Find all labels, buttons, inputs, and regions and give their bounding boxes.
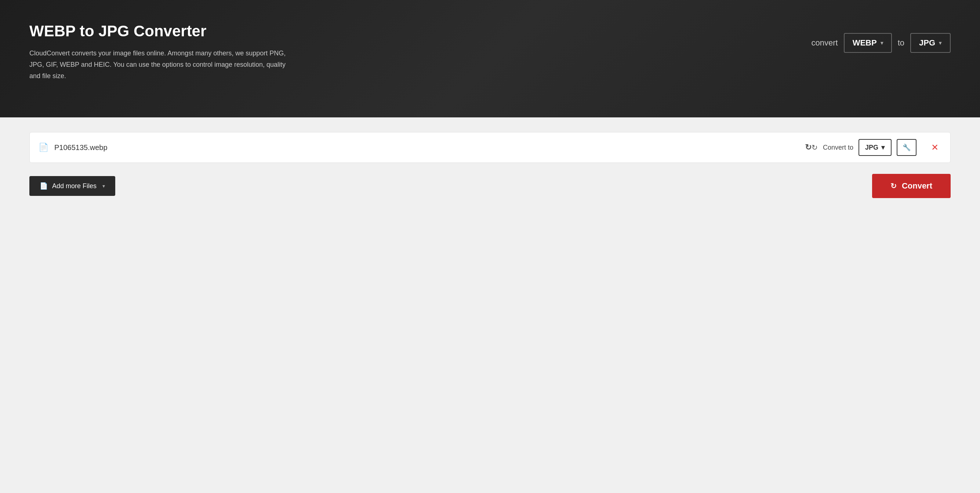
page-header: WEBP to JPG Converter CloudConvert conve… <box>0 0 980 117</box>
add-files-label: Add more Files <box>52 182 97 190</box>
file-row: P1065135.webp ↻ Convert to JPG ▾ 🔧 ✕ <box>29 132 951 163</box>
to-format-chevron-icon: ▾ <box>939 40 942 46</box>
wrench-icon: 🔧 <box>902 143 911 152</box>
convert-refresh-icon: ↻ <box>891 182 897 190</box>
file-format-chevron-icon: ▾ <box>881 143 885 152</box>
from-format-button[interactable]: WEBP ▾ <box>844 33 892 53</box>
convert-button-label: Convert <box>902 181 932 191</box>
close-icon: ✕ <box>931 142 939 152</box>
file-type-icon <box>38 143 48 152</box>
from-format-chevron-icon: ▾ <box>881 40 883 46</box>
add-files-button[interactable]: 📄 Add more Files ▾ <box>29 176 115 196</box>
add-file-icon: 📄 <box>40 182 48 190</box>
bottom-toolbar: 📄 Add more Files ▾ ↻ Convert <box>29 174 951 198</box>
header-description: CloudConvert converts your image files o… <box>29 48 286 81</box>
convert-to-section: ↻ Convert to JPG ▾ 🔧 <box>805 139 916 156</box>
file-format-select-button[interactable]: JPG ▾ <box>859 139 891 156</box>
format-converter-controls: convert WEBP ▾ to JPG ▾ <box>811 33 951 53</box>
remove-file-button[interactable]: ✕ <box>928 141 942 154</box>
main-content: P1065135.webp ↻ Convert to JPG ▾ 🔧 ✕ 📄 A… <box>0 117 980 264</box>
settings-button[interactable]: 🔧 <box>897 139 916 156</box>
convert-text: convert <box>811 38 838 48</box>
file-name: P1065135.webp <box>54 143 805 152</box>
from-format-label: WEBP <box>853 38 877 48</box>
to-format-button[interactable]: JPG ▾ <box>910 33 951 53</box>
convert-to-label: Convert to <box>823 144 853 152</box>
page-title: WEBP to JPG Converter <box>29 22 286 40</box>
to-format-label: JPG <box>919 38 935 48</box>
refresh-icon[interactable]: ↻ <box>805 143 818 152</box>
file-format-label: JPG <box>865 144 878 152</box>
header-left: WEBP to JPG Converter CloudConvert conve… <box>29 22 286 81</box>
to-text: to <box>898 38 904 48</box>
add-files-dropdown-icon: ▾ <box>102 183 105 189</box>
convert-button[interactable]: ↻ Convert <box>872 174 951 198</box>
